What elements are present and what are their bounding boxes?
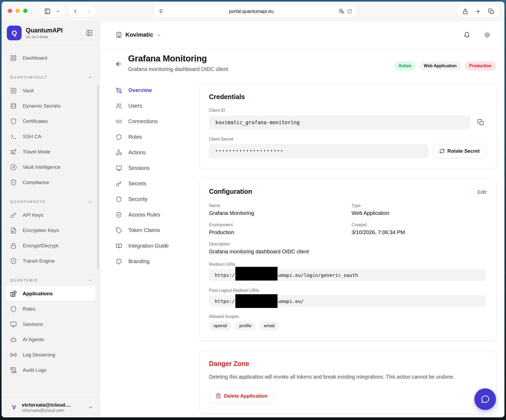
sidebar-item-ai-agents[interactable]: AI Agents (2, 332, 100, 347)
translate-icon[interactable] (339, 8, 344, 14)
route-icon (116, 87, 122, 94)
subnav-item-overview[interactable]: Overview (116, 83, 195, 98)
sidebar-section-quantumkeys[interactable]: QUANTUMKEYS (2, 196, 100, 207)
palette-icon (116, 258, 122, 265)
subnav-item-integration-guide[interactable]: Integration Guide (116, 238, 195, 254)
trash-icon (216, 393, 221, 399)
sidebar-section-quantumvault[interactable]: QUANTUMVAULT (2, 71, 100, 83)
reader-icon[interactable] (158, 8, 164, 14)
chevron-right-icon (86, 8, 92, 14)
blocks-icon (10, 290, 17, 297)
forward-nav-button[interactable] (82, 8, 96, 14)
shield-icon (10, 118, 17, 125)
sidebar-item-log-streaming[interactable]: Log Streaming (2, 347, 100, 363)
sidebar-item-compliance[interactable]: Compliance (2, 175, 100, 190)
environment-label: Environment (209, 223, 352, 227)
sidebar-item-sessions[interactable]: Sessions (2, 317, 100, 332)
sidebar-item-ssh-ca[interactable]: SSH CA (2, 129, 100, 144)
subnav-item-roles[interactable]: Roles (116, 129, 195, 145)
post-logout-label: Post-Logout Redirect URIs (209, 288, 486, 293)
shield-check-icon (116, 212, 122, 218)
org-header: Kovimatic (100, 21, 504, 49)
subnav-item-connections[interactable]: Connections (116, 114, 195, 129)
sidebar-collapse-button[interactable] (86, 30, 93, 36)
new-tab-icon[interactable] (475, 8, 481, 15)
lock-icon (10, 242, 17, 249)
client-secret-field[interactable]: •••••••••••••••••••• (209, 144, 429, 158)
page-title: Grafana Monitoring (128, 54, 228, 64)
chevron-down-icon (157, 33, 161, 38)
subnav-item-label: Overview (128, 87, 152, 93)
bot-icon (10, 336, 17, 343)
sidebar-section-quantumid[interactable]: QUANTUMID (2, 274, 100, 286)
sidebar-item-transit-engine[interactable]: Transit Engine (2, 253, 100, 269)
vault-icon (10, 87, 17, 94)
copy-client-id-button[interactable] (475, 119, 486, 126)
subnav-item-secrets[interactable]: Secrets (116, 176, 195, 191)
theme-sun-icon[interactable] (484, 31, 491, 38)
name-value: Grafana Monitoring (209, 210, 352, 216)
zoom-window-button[interactable] (23, 9, 27, 13)
client-secret-label: Client Secret (209, 137, 486, 142)
subnav-item-access-rules[interactable]: Access Rules (116, 207, 195, 223)
redirect-uris-label: Redirect URIs (209, 262, 486, 267)
sidebar-item-label: Applications (23, 291, 53, 297)
sidebar-item-audit-logs[interactable]: Audit Logs (2, 363, 100, 378)
share-icon[interactable] (462, 8, 468, 15)
key-icon (10, 212, 17, 219)
delete-application-button[interactable]: Delete Application (209, 388, 274, 403)
chat-support-button[interactable] (474, 388, 496, 410)
sidebar-item-dynamic-secrets[interactable]: Dynamic Secrets (2, 98, 100, 114)
configuration-title: Configuration (209, 188, 252, 195)
subnav-item-label: Access Rules (128, 212, 160, 218)
app-subnav: OverviewUsersConnectionsRolesActionsSess… (116, 83, 195, 269)
sidebar-item-dashboard[interactable]: Dashboard (2, 50, 100, 66)
shield-icon (116, 134, 122, 140)
subnav-item-actions[interactable]: Actions (116, 145, 195, 160)
monitor-icon (116, 165, 122, 171)
tabs-overview-icon[interactable] (488, 8, 494, 15)
reload-icon[interactable] (347, 9, 352, 14)
sidebar-scrollbar[interactable] (97, 85, 99, 269)
sidebar-item-certificates[interactable]: Certificates (2, 114, 100, 129)
redirect-uri-prefix: https:/ (215, 272, 235, 278)
address-bar[interactable]: portal.quantumapi.eu (154, 5, 356, 18)
key-icon (116, 181, 122, 187)
sidebar-item-label: Travel Mode (23, 149, 50, 155)
sidebar-item-label: SSH CA (23, 134, 41, 139)
sidebar-item-roles[interactable]: Roles (2, 301, 100, 317)
back-button[interactable] (115, 60, 122, 72)
sidebar-item-api-keys[interactable]: API Keys (2, 207, 100, 223)
edit-configuration-link[interactable]: Edit (478, 189, 486, 195)
close-window-button[interactable] (8, 9, 12, 13)
notifications-bell-icon[interactable] (463, 31, 470, 38)
subnav-item-sessions[interactable]: Sessions (116, 160, 195, 176)
back-nav-button[interactable] (69, 8, 82, 14)
minimize-window-button[interactable] (16, 9, 20, 13)
sidebar-item-applications[interactable]: Applications (5, 286, 96, 301)
browser-history-nav (69, 5, 96, 18)
subnav-item-token-claims[interactable]: Token Claims (116, 223, 195, 238)
rotate-secret-button[interactable]: Rotate Secret (433, 144, 486, 158)
url-text[interactable]: portal.quantumapi.eu (164, 9, 339, 14)
section-label: QUANTUMKEYS (10, 200, 45, 204)
main-content: Kovimatic Grafana Monitoring Grafana mon… (100, 21, 504, 417)
sidebar-item-travel-mode[interactable]: Travel Mode (2, 144, 100, 160)
allowed-scopes-label: Allowed Scopes (209, 314, 486, 319)
credentials-card: Credentials Client ID kovimatic_grafana-… (199, 84, 497, 169)
sidebar-item-vault[interactable]: Vault (2, 83, 100, 98)
browser-window: portal.quantumapi.eu Q QuantumAPI v0.16.… (2, 2, 504, 417)
scope-pill-openid: openid (209, 321, 231, 330)
subnav-item-security[interactable]: Security (116, 191, 195, 207)
org-switcher[interactable]: Kovimatic (116, 31, 161, 38)
client-id-field[interactable]: kovimatic_grafana-monitoring (209, 115, 470, 129)
sidebar-item-encrypt-decrypt[interactable]: Encrypt/Decrypt (2, 238, 100, 253)
sidebar-item-encryption-keys[interactable]: Encryption Keys (2, 223, 100, 238)
subnav-item-users[interactable]: Users (116, 98, 195, 114)
browser-sidebar-toggle[interactable] (39, 5, 65, 18)
user-menu[interactable]: V victorxata@icloud.... victorxata@iclou… (2, 397, 100, 417)
subnav-item-branding[interactable]: Branding (116, 254, 195, 269)
gauge-icon (10, 164, 17, 171)
subnav-item-label: Integration Guide (128, 243, 169, 249)
sidebar-item-vault-intelligence[interactable]: Vault Intelligence (2, 160, 100, 175)
